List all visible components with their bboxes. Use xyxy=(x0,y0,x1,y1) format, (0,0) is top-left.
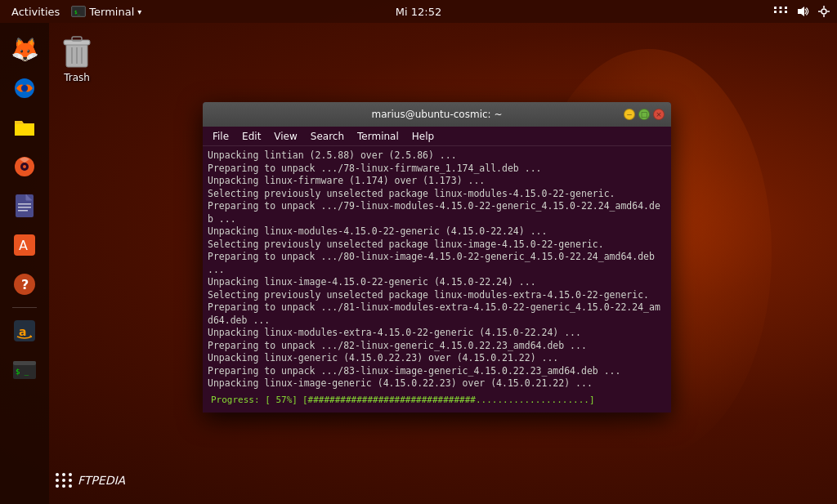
terminal-dropdown-arrow[interactable]: ▾ xyxy=(137,7,141,16)
terminal-line: Unpacking linux-firmware (1.174) over (1… xyxy=(208,175,666,188)
terminal-title: marius@ubuntu-cosmic: ~ xyxy=(372,109,503,120)
launcher-files[interactable] xyxy=(7,109,43,145)
terminal-line: Unpacking linux-generic (4.15.0.22.23) o… xyxy=(208,352,666,365)
terminal-line: Unpacking linux-image-4.15.0-22-generic … xyxy=(208,276,666,289)
progress-label: Progress: [ 57%] xyxy=(211,395,298,407)
terminal-line: b ... xyxy=(208,213,666,226)
close-button[interactable]: × xyxy=(653,109,665,120)
svg-text:$_: $_ xyxy=(74,9,81,16)
svg-rect-7 xyxy=(785,11,787,13)
terminal-line: Selecting previously unselected package … xyxy=(208,289,666,302)
launcher-terminal[interactable]: $ _ xyxy=(7,352,43,388)
svg-rect-3 xyxy=(780,7,782,9)
terminal-line: Selecting previously unselected package … xyxy=(208,239,666,252)
terminal-line: Preparing to unpack .../80-linux-image-4… xyxy=(208,251,666,264)
svg-rect-5 xyxy=(774,11,777,13)
dot-grid xyxy=(56,473,73,488)
volume-icon[interactable] xyxy=(796,5,809,18)
svg-rect-6 xyxy=(780,11,782,13)
svg-text:?: ? xyxy=(21,277,29,292)
terminal-taskbar-label: Terminal xyxy=(89,6,134,18)
svg-text:$ _: $ _ xyxy=(16,368,29,376)
menu-view[interactable]: View xyxy=(269,129,302,144)
panel-clock: Mi 12:52 xyxy=(396,6,441,18)
svg-text:a: a xyxy=(19,325,26,338)
panel-left: Activities $_ Terminal ▾ xyxy=(7,6,141,18)
trash-desktop-icon[interactable]: Trash xyxy=(60,31,93,83)
svg-rect-30 xyxy=(13,361,36,365)
terminal-window: marius@ubuntu-cosmic: ~ − □ × File Edit … xyxy=(203,102,671,413)
activities-button[interactable]: Activities xyxy=(7,6,65,18)
launcher-separator xyxy=(12,307,37,308)
svg-rect-4 xyxy=(785,7,787,9)
svg-text:A: A xyxy=(19,238,28,253)
svg-point-15 xyxy=(21,85,28,91)
launcher-document[interactable] xyxy=(7,188,43,224)
desktop: Activities $_ Terminal ▾ Mi 12:52 xyxy=(0,0,837,504)
launcher-music[interactable] xyxy=(7,149,43,185)
terminal-line: Preparing to unpack .../78-linux-firmwar… xyxy=(208,163,666,176)
terminal-line: Unpacking linux-modules-4.15.0-22-generi… xyxy=(208,225,666,239)
launcher-thunderbird[interactable] xyxy=(7,70,43,106)
menu-file[interactable]: File xyxy=(208,129,234,144)
svg-rect-2 xyxy=(774,7,777,9)
terminal-line: Preparing to unpack .../83-linux-image-g… xyxy=(208,365,666,378)
terminal-line: Preparing to unpack .../82-linux-generic… xyxy=(208,340,666,353)
launcher-amazon[interactable]: a xyxy=(7,313,43,349)
terminal-taskbar-icon: $_ xyxy=(71,6,86,17)
terminal-line: Selecting previously unselected package … xyxy=(208,188,666,201)
svg-marker-8 xyxy=(798,7,804,16)
top-panel: Activities $_ Terminal ▾ Mi 12:52 xyxy=(0,0,837,23)
progress-bar-area: Progress: [ 57%] [######################… xyxy=(208,391,666,409)
ftpedia-text: FTPEDIA xyxy=(78,474,125,487)
svg-point-9 xyxy=(821,9,826,14)
terminal-line: Unpacking lintian (2.5.88) over (2.5.86)… xyxy=(208,149,666,163)
launcher-firefox[interactable]: 🦊 xyxy=(7,31,43,67)
svg-rect-19 xyxy=(16,194,34,217)
terminal-line: Unpacking linux-image-generic (4.15.0.22… xyxy=(208,377,666,390)
system-menu-icon[interactable] xyxy=(817,5,830,18)
trash-label: Trash xyxy=(64,72,90,83)
minimize-button[interactable]: − xyxy=(624,109,635,120)
terminal-line: Unpacking linux-modules-extra-4.15.0-22-… xyxy=(208,327,666,340)
svg-rect-22 xyxy=(18,210,28,212)
launcher-help[interactable]: ? xyxy=(7,266,43,302)
terminal-content: Unpacking lintian (2.5.88) over (2.5.86)… xyxy=(203,146,671,413)
terminal-line: Preparing to unpack .../79-linux-modules… xyxy=(208,200,666,213)
terminal-output: Unpacking lintian (2.5.88) over (2.5.86)… xyxy=(208,149,666,391)
menu-search[interactable]: Search xyxy=(306,129,349,144)
terminal-line: d64.deb ... xyxy=(208,314,666,328)
menu-terminal[interactable]: Terminal xyxy=(352,129,404,144)
svg-rect-34 xyxy=(72,37,82,41)
svg-point-18 xyxy=(23,165,26,168)
trash-icon xyxy=(60,31,93,69)
maximize-button[interactable]: □ xyxy=(638,109,650,120)
launcher: 🦊 xyxy=(0,23,49,504)
menu-edit[interactable]: Edit xyxy=(237,129,266,144)
svg-rect-21 xyxy=(18,207,31,208)
progress-bar: [###############################........… xyxy=(302,394,663,407)
terminal-indicator[interactable]: $_ Terminal ▾ xyxy=(71,6,141,18)
terminal-line: Preparing to unpack .../81-linux-modules… xyxy=(208,301,666,314)
network-icon[interactable] xyxy=(773,5,788,18)
terminal-titlebar: marius@ubuntu-cosmic: ~ − □ × xyxy=(203,102,671,127)
launcher-software[interactable]: A xyxy=(7,227,43,263)
terminal-menubar: File Edit View Search Terminal Help xyxy=(203,127,671,146)
panel-right xyxy=(773,5,830,18)
svg-rect-20 xyxy=(18,203,31,205)
terminal-line: ... xyxy=(208,264,666,277)
menu-help[interactable]: Help xyxy=(407,129,439,144)
ftpedia-label: FTPEDIA xyxy=(56,473,125,488)
titlebar-buttons: − □ × xyxy=(624,109,665,120)
